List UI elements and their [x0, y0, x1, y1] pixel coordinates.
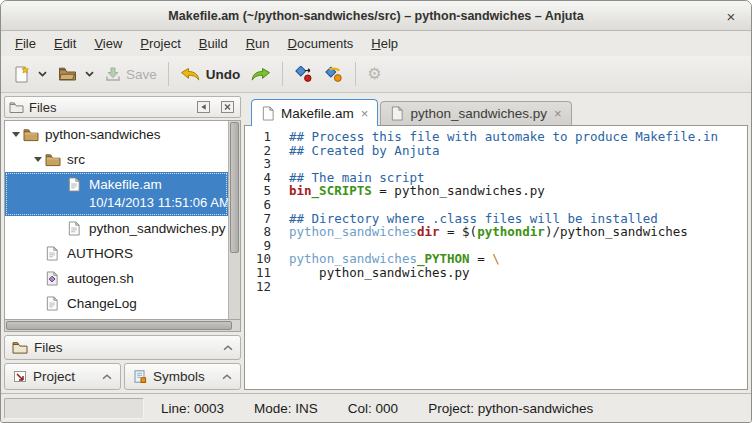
code-line-2[interactable]: 2## Created by Anjuta — [245, 144, 747, 158]
line-number: 1 — [245, 130, 271, 144]
code-line-1[interactable]: 1## Process this file with automake to p… — [245, 130, 747, 144]
line-number: 4 — [245, 171, 271, 185]
menu-item-help[interactable]: Help — [362, 33, 407, 54]
code-line-12[interactable]: 12 — [245, 280, 747, 294]
tree-item-src[interactable]: src — [5, 147, 228, 172]
dock-close-button[interactable] — [219, 100, 236, 114]
save-button[interactable]: Save — [100, 62, 162, 86]
editor-tab-makefile-am[interactable]: Makefile.am × — [251, 99, 378, 126]
code-token: python_sandwiches — [289, 224, 417, 239]
folder-icon — [12, 341, 28, 354]
menu-item-file[interactable]: File — [6, 33, 45, 54]
code-token: dir — [417, 224, 440, 239]
code-line-8[interactable]: 8python_sandwichesdir = $(pythondir)/pyt… — [245, 225, 747, 239]
code-line-9[interactable]: 9 — [245, 239, 747, 253]
status-item-2: Col: 000 — [348, 401, 398, 416]
toolbar-separator — [168, 62, 169, 86]
code-text: ## Process this file with automake to pr… — [289, 130, 718, 144]
script-icon — [45, 271, 62, 286]
file-icon — [45, 246, 62, 261]
undo-label: Undo — [206, 67, 241, 82]
expander-open-icon[interactable] — [9, 128, 23, 141]
dock-bottom-tabs: Project Symbols — [4, 363, 241, 390]
new-file-dropdown[interactable] — [35, 67, 50, 81]
tree-item-text: AUTHORS — [67, 244, 133, 263]
file-icon — [45, 296, 62, 311]
chevron-up-icon[interactable] — [102, 374, 112, 380]
tree-item-label: src — [67, 150, 85, 169]
menu-item-documents[interactable]: Documents — [279, 33, 363, 54]
code-line-5[interactable]: 5bin_SCRIPTS = python_sandwiches.py — [245, 184, 747, 198]
autocomplete-button[interactable]: ⚙ — [362, 62, 386, 86]
code-line-11[interactable]: 11 python_sandwiches.py — [245, 266, 747, 280]
menu-item-build[interactable]: Build — [190, 33, 237, 54]
tab-close-icon[interactable]: × — [554, 106, 562, 121]
chevron-up-icon[interactable] — [222, 374, 232, 380]
line-number: 5 — [245, 184, 271, 198]
tree-item-makefile.am[interactable]: Makefile.am10/14/2013 11:51:06 AM — [5, 172, 228, 216]
code-line-10[interactable]: 10python_sandwiches_PYTHON = \ — [245, 252, 747, 266]
scrollbar-thumb[interactable] — [6, 321, 232, 330]
redo-button[interactable] — [245, 63, 276, 86]
open-file-dropdown[interactable] — [82, 67, 97, 81]
tree-item-label: ChangeLog — [67, 294, 137, 313]
progress-area — [4, 398, 144, 419]
save-icon — [105, 66, 121, 82]
code-line-3[interactable]: 3 — [245, 157, 747, 171]
status-item-0: Line: 0003 — [161, 401, 224, 416]
tree-item-python-sandwiches[interactable]: python-sandwiches — [5, 122, 228, 147]
expander-open-icon[interactable] — [31, 153, 45, 166]
line-number: 10 — [245, 252, 271, 266]
tree-item-authors[interactable]: AUTHORS — [5, 241, 228, 266]
folder-icon — [23, 128, 40, 142]
code-line-7[interactable]: 7## Directory where .class files will be… — [245, 212, 747, 226]
dock-iconify-button[interactable] — [195, 100, 212, 114]
tree-vertical-scrollbar[interactable] — [228, 121, 240, 319]
goto-definition-button[interactable] — [289, 62, 319, 87]
tree-item-date: 10/14/2013 11:51:06 AM — [89, 194, 226, 211]
scrollbar-thumb[interactable] — [230, 122, 239, 253]
chevron-down-icon — [85, 71, 94, 77]
code-line-4[interactable]: 4## The main script — [245, 171, 747, 185]
code-token: = $( — [440, 224, 478, 239]
tab-close-icon[interactable]: × — [361, 106, 369, 121]
code-token: = python_sandwiches.py — [372, 183, 545, 198]
tab-project-label: Project — [33, 369, 96, 384]
tree-item-autogen.sh[interactable]: autogen.sh — [5, 266, 228, 291]
code-text: ## The main script — [289, 171, 424, 185]
tree-item-text: python-sandwiches — [45, 125, 161, 144]
tree-item-python_sandwiches.py[interactable]: python_sandwiches.py — [5, 216, 228, 241]
menu-item-run[interactable]: Run — [237, 33, 279, 54]
symbols-icon — [133, 370, 147, 383]
files-dock: Files python-sandwichessrcMakefile.am10/… — [4, 96, 241, 390]
tree-horizontal-scrollbar[interactable] — [4, 320, 241, 332]
new-file-button[interactable] — [8, 61, 35, 87]
files-dock-header: Files — [4, 96, 241, 118]
window-close-icon[interactable]: × — [720, 5, 742, 27]
tab-symbols-label: Symbols — [153, 369, 216, 384]
code-text: ## Directory where .class files will be … — [289, 212, 658, 226]
file-tree-panel: python-sandwichessrcMakefile.am10/14/201… — [4, 120, 241, 320]
tab-project[interactable]: Project — [4, 363, 121, 390]
file-tree: python-sandwichessrcMakefile.am10/14/201… — [5, 122, 228, 319]
status-item-3: Project: python-sandwiches — [428, 401, 593, 416]
code-token: ## Created by Anjuta — [289, 143, 440, 158]
menu-item-view[interactable]: View — [85, 33, 131, 54]
code-token: bin — [289, 183, 312, 198]
menu-item-edit[interactable]: Edit — [45, 33, 85, 54]
tree-item-changelog[interactable]: ChangeLog — [5, 291, 228, 316]
files-collapsed-bar[interactable]: Files — [4, 335, 241, 360]
menu-item-project[interactable]: Project — [131, 33, 189, 54]
code-line-6[interactable]: 6 — [245, 198, 747, 212]
undo-button[interactable]: Undo — [175, 63, 246, 86]
files-panel-icon — [9, 101, 24, 114]
open-file-button[interactable] — [53, 62, 82, 86]
tree-item-label: Makefile.am — [89, 175, 226, 194]
editor-tab-python-sandwiches-py[interactable]: python_sandwiches.py × — [380, 101, 571, 125]
line-number: 11 — [245, 266, 271, 280]
tab-symbols[interactable]: Symbols — [124, 363, 241, 390]
code-editor[interactable]: 1## Process this file with automake to p… — [244, 125, 748, 390]
goto-declaration-button[interactable] — [319, 62, 349, 87]
line-number: 3 — [245, 157, 271, 171]
chevron-up-icon[interactable] — [223, 345, 233, 351]
